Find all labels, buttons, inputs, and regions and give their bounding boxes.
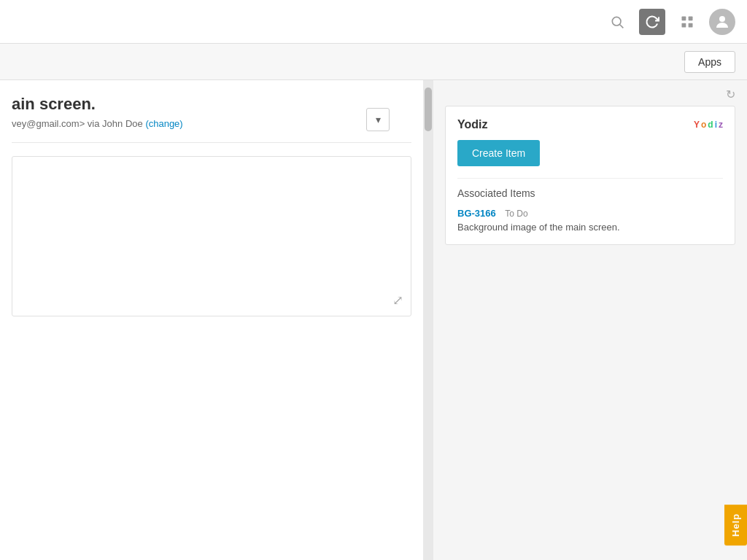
- help-button[interactable]: Help: [724, 505, 747, 545]
- yodiz-logo: Yodiz: [694, 120, 723, 130]
- search-icon-button[interactable]: [604, 9, 630, 35]
- yodiz-card: Yodiz Yodiz Create Item Associated Items…: [445, 106, 735, 245]
- apps-bar: Apps: [0, 44, 747, 80]
- logo-letter-z: z: [719, 120, 723, 130]
- item-description: Background image of the main screen.: [457, 222, 723, 233]
- scrollbar-thumb[interactable]: [425, 88, 432, 131]
- right-panel: ↻ Yodiz Yodiz Create Item Associated Ite…: [433, 80, 747, 560]
- change-link[interactable]: (change): [145, 118, 182, 129]
- dropdown-button[interactable]: ▾: [366, 108, 390, 131]
- svg-point-6: [719, 16, 725, 22]
- svg-rect-3: [689, 16, 693, 20]
- svg-rect-2: [682, 16, 686, 20]
- yodiz-header: Yodiz Yodiz: [457, 118, 723, 131]
- email-line: vey@gmail.com> via John Doe (change): [12, 118, 183, 129]
- svg-line-1: [620, 24, 624, 28]
- logo-letter-i: i: [715, 120, 717, 130]
- content-box: ⤢: [12, 156, 411, 316]
- right-panel-refresh-row: ↻: [445, 88, 735, 101]
- item-row: BG-3166 To Do Background image of the ma…: [457, 206, 723, 233]
- logo-letter-y: Y: [694, 120, 700, 130]
- expand-icon: ⤢: [392, 292, 403, 308]
- apps-button[interactable]: Apps: [684, 51, 735, 73]
- associated-items-label: Associated Items: [457, 178, 723, 199]
- widget-refresh-icon[interactable]: ↻: [726, 88, 735, 101]
- item-id[interactable]: BG-3166: [457, 208, 496, 219]
- avatar[interactable]: [709, 9, 735, 35]
- divider-1: [12, 142, 411, 143]
- svg-rect-4: [682, 23, 686, 27]
- svg-point-0: [612, 17, 621, 26]
- main-screen-title: ain screen.: [12, 95, 183, 114]
- main-area: ain screen. vey@gmail.com> via John Doe …: [0, 80, 747, 560]
- logo-letter-o: o: [701, 120, 706, 130]
- dropdown-arrow-icon: ▾: [376, 114, 381, 125]
- left-content: ain screen. vey@gmail.com> via John Doe …: [0, 80, 423, 340]
- logo-letter-d: d: [708, 120, 713, 130]
- left-panel: ain screen. vey@gmail.com> via John Doe …: [0, 80, 423, 560]
- yodiz-title: Yodiz: [457, 118, 487, 131]
- create-item-button[interactable]: Create Item: [457, 140, 540, 166]
- scrollbar-track[interactable]: [423, 80, 433, 560]
- refresh-icon-button[interactable]: [639, 9, 665, 35]
- item-status: To Do: [505, 209, 527, 219]
- svg-rect-5: [689, 23, 693, 27]
- header: [0, 0, 747, 44]
- email-text: vey@gmail.com> via John Doe: [12, 118, 143, 129]
- grid-icon-button[interactable]: [674, 9, 700, 35]
